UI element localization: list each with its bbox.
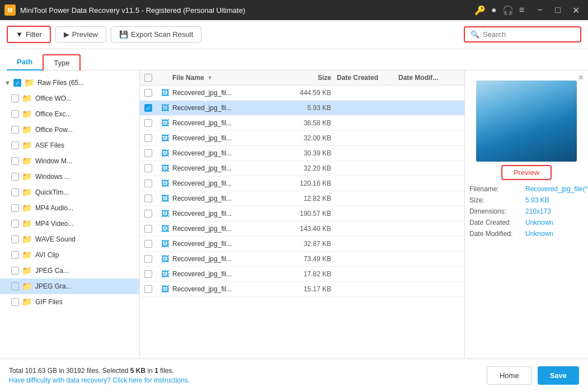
cb-avi[interactable] — [11, 251, 19, 259]
row-checkbox[interactable] — [144, 164, 152, 172]
sidebar-item-windowm[interactable]: 📁 Window M... — [0, 153, 139, 169]
cb-asf[interactable] — [11, 141, 19, 149]
row-checkbox[interactable] — [144, 149, 152, 157]
file-name: Recovered_jpg_fil... — [172, 119, 232, 127]
cb-mp4audio[interactable] — [11, 204, 19, 212]
file-size: 32.20 KB — [304, 164, 331, 172]
preview-close-button[interactable]: × — [578, 73, 584, 83]
sidebar-item-quicktim[interactable]: 📁 QuickTim... — [0, 185, 139, 200]
table-row[interactable]: 🖼 Recovered_jpg_fil... 15.17 KB — [140, 282, 464, 297]
sidebar-root-group[interactable]: ▼ ✓ 📁 Raw Files (65... — [0, 75, 139, 91]
status-text: Total 101.63 GB in 30192 files. Selected… — [9, 367, 190, 375]
table-row[interactable]: 🖼 Recovered_jpg_fil... 190.57 KB — [140, 206, 464, 221]
sidebar-item-wave[interactable]: 📁 WAVE Sound — [0, 232, 139, 247]
label-quicktim: QuickTim... — [35, 188, 135, 196]
search-input[interactable] — [483, 30, 575, 39]
file-list: File Name ▼ Size Date Created Date Modif… — [140, 70, 465, 358]
cb-office-pow[interactable] — [11, 126, 19, 134]
file-icon: 🖼 — [161, 164, 169, 173]
row-checkbox[interactable] — [144, 210, 152, 218]
preview-button[interactable]: Preview — [501, 165, 552, 180]
cb-wave[interactable] — [11, 235, 19, 243]
table-row[interactable]: 🖼 Recovered_jpg_fil... 32.20 KB — [140, 161, 464, 176]
cb-gif[interactable] — [11, 298, 19, 306]
preview-image-content — [476, 81, 577, 162]
sidebar-item-mp4video[interactable]: 📁 MP4 Video... — [0, 216, 139, 232]
folder-icon-wave: 📁 — [22, 234, 32, 244]
folder-icon-gif: 📁 — [22, 297, 32, 307]
row-checkbox[interactable] — [144, 255, 152, 263]
table-row[interactable]: 🖼 Recovered_jpg_fil... 30.39 KB — [140, 146, 464, 161]
menu-icon[interactable]: ≡ — [519, 5, 524, 15]
row-checkbox[interactable] — [144, 180, 152, 187]
dimensions-val: 210x173 — [525, 207, 551, 215]
minimize-button[interactable]: − — [532, 2, 548, 18]
table-row[interactable]: 🖼 Recovered_jpg_fil... 17.82 KB — [140, 267, 464, 282]
sidebar-item-jpegca[interactable]: 📁 JPEG Ca... — [0, 263, 139, 278]
folder-icon-office-pow: 📁 — [22, 125, 32, 135]
row-checkbox[interactable] — [144, 119, 152, 127]
preview-image — [476, 81, 577, 162]
close-button[interactable]: ✕ — [568, 2, 584, 18]
cb-jpeggra[interactable] — [11, 282, 19, 290]
folder-icon-office-wo: 📁 — [22, 93, 32, 103]
sidebar-item-asf[interactable]: 📁 ASF Files — [0, 138, 139, 153]
row-checkbox[interactable] — [144, 225, 152, 233]
row-checkbox[interactable] — [144, 270, 152, 278]
home-button[interactable]: Home — [487, 366, 532, 385]
preview-toolbar-button[interactable]: ▶ Preview — [55, 26, 106, 42]
sidebar-item-office-wo[interactable]: 📁 Office WO... — [0, 91, 139, 106]
cb-windows[interactable] — [11, 173, 19, 181]
label-wave: WAVE Sound — [35, 235, 135, 243]
file-name: Recovered_jpg_fil... — [172, 149, 232, 157]
search-icon: 🔍 — [471, 30, 479, 39]
sidebar-item-mp4audio[interactable]: 📁 MP4 Audio... — [0, 200, 139, 216]
preview-meta: Filename: Recovered_jpg_file(* Size: 5.9… — [469, 183, 584, 239]
cb-office-exc[interactable] — [11, 110, 19, 118]
table-row[interactable]: 🖼 Recovered_jpg_fil... 143.40 KB — [140, 221, 464, 237]
row-checkbox[interactable] — [144, 240, 152, 248]
row-checkbox[interactable]: ✓ — [144, 104, 152, 112]
tab-path[interactable]: Path — [7, 54, 43, 70]
filter-button[interactable]: ▼ Filter — [7, 26, 51, 43]
row-checkbox[interactable] — [144, 134, 152, 142]
cb-quicktim[interactable] — [11, 188, 19, 196]
table-row[interactable]: 🖼 Recovered_jpg_fil... 444.59 KB — [140, 86, 464, 101]
row-checkbox[interactable] — [144, 89, 152, 97]
table-row[interactable]: ✓ 🖼 Recovered_jpg_fil... 5.93 KB — [140, 101, 464, 116]
sidebar-item-office-pow[interactable]: 📁 Office Pow... — [0, 122, 139, 138]
sidebar-item-avi[interactable]: 📁 AVI Clip — [0, 247, 139, 263]
sidebar-item-office-exc[interactable]: 📁 Office Exc... — [0, 106, 139, 122]
cb-jpegca[interactable] — [11, 267, 19, 275]
sidebar-item-jpeggra[interactable]: 📁 JPEG Gra... — [0, 278, 139, 294]
dimensions-label: Dimensions: — [469, 207, 525, 215]
cb-mp4video[interactable] — [11, 220, 19, 228]
table-row[interactable]: 🖼 Recovered_jpg_fil... 36.58 KB — [140, 116, 464, 131]
maximize-button[interactable]: □ — [550, 2, 566, 18]
file-icon: 🖼 — [161, 239, 169, 248]
file-icon: 🖼 — [161, 119, 169, 127]
export-button[interactable]: 💾 Export Scan Result — [111, 26, 201, 42]
root-checkbox[interactable]: ✓ — [13, 79, 21, 87]
cb-windowm[interactable] — [11, 157, 19, 165]
file-icon: 🖼 — [161, 209, 169, 218]
row-checkbox[interactable] — [144, 195, 152, 202]
file-size: 444.59 KB — [300, 89, 331, 97]
table-row[interactable]: 🖼 Recovered_jpg_fil... 32.87 KB — [140, 237, 464, 252]
tab-type[interactable]: Type — [43, 54, 81, 70]
table-row[interactable]: 🖼 Recovered_jpg_fil... 73.49 KB — [140, 252, 464, 267]
header-checkbox[interactable] — [144, 74, 152, 82]
help-link[interactable]: Have difficulty with data recovery? Clic… — [9, 376, 190, 384]
sidebar-item-gif[interactable]: 📁 GIF Files — [0, 294, 139, 310]
table-row[interactable]: 🖼 Recovered_jpg_fil... 32.00 KB — [140, 131, 464, 146]
table-row[interactable]: 🖼 Recovered_jpg_fil... 12.82 KB — [140, 191, 464, 206]
table-row[interactable]: 🖼 Recovered_jpg_fil... 120.16 KB — [140, 176, 464, 191]
help-icon[interactable]: ● — [491, 5, 497, 15]
cb-office-wo[interactable] — [11, 95, 19, 102]
sidebar-item-windows[interactable]: 📁 Windows ... — [0, 169, 139, 185]
save-button[interactable]: Save — [538, 366, 579, 385]
key-icon[interactable]: 🔑 — [474, 5, 486, 16]
folder-icon-avi: 📁 — [22, 250, 32, 260]
row-checkbox[interactable] — [144, 285, 152, 293]
headset-icon[interactable]: 🎧 — [502, 5, 514, 16]
